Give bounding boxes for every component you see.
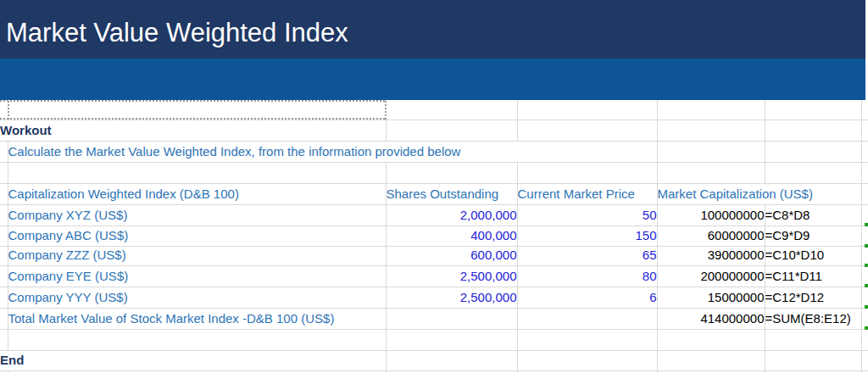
price-value-cell[interactable]: 6 <box>517 287 657 308</box>
empty-cell[interactable] <box>386 100 517 120</box>
empty-cell[interactable] <box>861 120 868 141</box>
sheet-row-6 <box>0 162 868 183</box>
green-border-tick <box>865 244 868 248</box>
mcap-value-cell[interactable]: 200000000 <box>657 265 765 287</box>
shares-value-cell[interactable]: 400,000 <box>386 225 517 246</box>
empty-cell[interactable] <box>0 329 8 350</box>
price-value-cell[interactable]: 150 <box>517 225 657 246</box>
mcap-value-cell[interactable]: 60000000 <box>657 225 765 246</box>
empty-cell[interactable] <box>765 100 861 120</box>
copy-marquee-left-border <box>8 100 9 120</box>
empty-cell[interactable] <box>386 350 517 370</box>
empty-cell[interactable] <box>386 329 517 350</box>
formula-cell[interactable]: =C12*D12 <box>765 287 861 308</box>
company-label-cell[interactable]: Company YYY (US$) <box>8 287 386 308</box>
shares-value-cell[interactable]: 600,000 <box>386 246 517 265</box>
empty-cell[interactable] <box>0 183 8 204</box>
empty-cell[interactable] <box>861 183 868 204</box>
formula-cell[interactable]: =C10*D10 <box>765 246 861 265</box>
end-heading-cell[interactable]: End <box>0 350 386 370</box>
instruction-cell[interactable]: Calculate the Market Value Weighted Inde… <box>8 141 657 162</box>
empty-cell[interactable] <box>386 120 517 141</box>
price-value-cell[interactable]: 80 <box>517 265 657 287</box>
empty-cell[interactable] <box>517 308 657 329</box>
empty-cell[interactable] <box>657 162 765 183</box>
empty-cell[interactable] <box>0 225 8 246</box>
sheet-row-9: Company ABC (US$) 400,000 150 60000000 =… <box>0 225 868 246</box>
company-label-cell[interactable]: Company XYZ (US$) <box>8 204 386 225</box>
shares-value-cell[interactable]: 2,000,000 <box>386 204 517 225</box>
empty-cell[interactable] <box>517 329 657 350</box>
empty-cell[interactable] <box>8 162 386 183</box>
empty-cell[interactable] <box>861 225 868 246</box>
copy-marquee-right-border <box>385 100 387 120</box>
empty-cell[interactable] <box>657 120 765 141</box>
empty-cell[interactable] <box>657 350 765 370</box>
header-mcap-cell[interactable]: Market Capitalization (US$) <box>657 183 861 204</box>
company-label-cell[interactable]: Company ABC (US$) <box>8 225 386 246</box>
empty-cell[interactable] <box>8 329 386 350</box>
formula-cell[interactable]: =C9*D9 <box>765 225 861 246</box>
header-company-cell[interactable]: Capitalization Weighted Index (D&B 100) <box>8 183 386 204</box>
title-banner: Market Value Weighted Index <box>0 0 865 58</box>
formula-cell[interactable]: =C11*D11 <box>765 265 861 287</box>
empty-cell[interactable] <box>657 100 765 120</box>
green-border-tick <box>865 284 868 287</box>
empty-cell[interactable] <box>861 162 868 183</box>
workout-heading-cell[interactable]: Workout <box>0 120 386 141</box>
mcap-value-cell[interactable]: 15000000 <box>657 287 765 308</box>
empty-cell[interactable] <box>657 141 765 162</box>
company-label-cell[interactable]: Company ZZZ (US$) <box>8 246 386 265</box>
empty-cell[interactable] <box>765 329 861 350</box>
empty-cell[interactable] <box>386 308 517 329</box>
empty-cell[interactable] <box>517 100 657 120</box>
empty-cell[interactable] <box>861 350 868 370</box>
empty-cell[interactable] <box>861 329 868 350</box>
empty-cell[interactable] <box>657 329 765 350</box>
total-formula-cell[interactable]: =SUM(E8:E12) <box>765 308 861 329</box>
sheet-row-15: End <box>0 350 868 370</box>
empty-cell[interactable] <box>861 141 868 162</box>
empty-cell[interactable] <box>765 141 861 162</box>
empty-cell[interactable] <box>0 246 8 265</box>
green-border-tick <box>865 223 868 226</box>
spreadsheet-view: Market Value Weighted Index Workout <box>0 0 868 373</box>
empty-cell[interactable] <box>765 350 861 370</box>
page-title: Market Value Weighted Index <box>6 19 348 47</box>
header-price-cell[interactable]: Current Market Price <box>517 183 657 204</box>
header-shares-cell[interactable]: Shares Outstanding <box>386 183 517 204</box>
sheet-row-5: Calculate the Market Value Weighted Inde… <box>0 141 868 162</box>
empty-cell[interactable] <box>765 120 861 141</box>
empty-cell[interactable] <box>0 308 8 329</box>
empty-cell[interactable] <box>0 287 8 308</box>
price-value-cell[interactable]: 65 <box>517 246 657 265</box>
empty-cell[interactable] <box>517 350 657 370</box>
empty-cell[interactable] <box>765 162 861 183</box>
empty-cell[interactable] <box>0 265 8 287</box>
formula-cell[interactable]: =C8*D8 <box>765 204 861 225</box>
empty-cell[interactable] <box>386 162 517 183</box>
sheet-row-13: Total Market Value of Stock Market Index… <box>0 308 868 329</box>
empty-cell[interactable] <box>0 141 8 162</box>
empty-cell[interactable] <box>0 204 8 225</box>
green-border-tick <box>865 264 868 267</box>
mcap-value-cell[interactable]: 39000000 <box>657 246 765 265</box>
empty-cell[interactable] <box>861 100 868 120</box>
subtitle-band <box>0 58 865 100</box>
mcap-value-cell[interactable]: 100000000 <box>657 204 765 225</box>
empty-cell[interactable] <box>861 246 868 265</box>
price-value-cell[interactable]: 50 <box>517 204 657 225</box>
shares-value-cell[interactable]: 2,500,000 <box>386 287 517 308</box>
sheet-row-4: Workout <box>0 120 868 141</box>
shares-value-cell[interactable]: 2,500,000 <box>386 265 517 287</box>
sheet-row-12: Company YYY (US$) 2,500,000 6 15000000 =… <box>0 287 868 308</box>
marquee-source-cell[interactable] <box>8 100 386 120</box>
empty-cell[interactable] <box>517 120 657 141</box>
company-label-cell[interactable]: Company EYE (US$) <box>8 265 386 287</box>
total-mcap-cell[interactable]: 414000000 <box>657 308 765 329</box>
empty-cell[interactable] <box>0 162 8 183</box>
empty-cell[interactable] <box>0 100 8 120</box>
total-label-cell[interactable]: Total Market Value of Stock Market Index… <box>8 308 386 329</box>
sheet-row-14 <box>0 329 868 350</box>
empty-cell[interactable] <box>517 162 657 183</box>
